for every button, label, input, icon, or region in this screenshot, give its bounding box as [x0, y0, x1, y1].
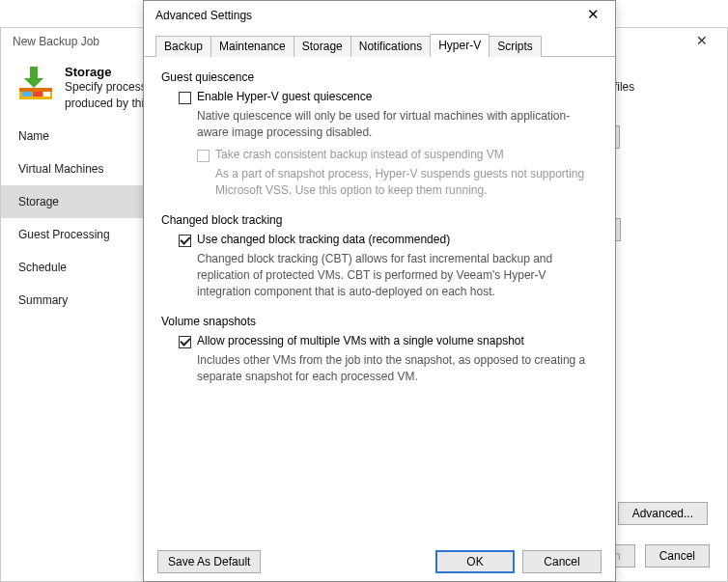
- tab-notifications[interactable]: Notifications: [350, 36, 431, 57]
- checkbox-enable-quiescence[interactable]: [179, 92, 191, 104]
- cancel-button[interactable]: Cancel: [645, 544, 710, 568]
- tabstrip: Backup Maintenance Storage Notifications…: [144, 34, 615, 57]
- close-icon[interactable]: ✕: [685, 32, 719, 51]
- sidebar-item-guest-processing[interactable]: Guest Processing: [1, 218, 146, 251]
- checkbox-crash-consistent: [197, 150, 210, 162]
- save-as-default-button[interactable]: Save As Default: [157, 550, 261, 573]
- checkbox-use-cbt[interactable]: [179, 235, 191, 247]
- dialog-body: Guest quiescence Enable Hyper-V guest qu…: [144, 57, 615, 407]
- tab-scripts[interactable]: Scripts: [489, 36, 542, 57]
- help-enable-quiescence: Native quiescence will only be used for …: [161, 108, 598, 142]
- advanced-settings-dialog: Advanced Settings ✕ Backup Maintenance S…: [143, 0, 616, 582]
- close-icon[interactable]: ✕: [576, 5, 609, 26]
- advanced-button[interactable]: Advanced...: [618, 502, 708, 525]
- help-allow-single-snapshot: Includes other VMs from the job into the…: [161, 352, 598, 386]
- group-title-cbt: Changed block tracking: [161, 213, 598, 227]
- group-snapshots: Volume snapshots Allow processing of mul…: [161, 315, 598, 386]
- svg-rect-3: [33, 92, 42, 97]
- group-guest-quiescence: Guest quiescence Enable Hyper-V guest qu…: [161, 70, 598, 200]
- dialog-titlebar: Advanced Settings ✕: [144, 1, 615, 30]
- sidebar-item-storage[interactable]: Storage: [1, 185, 146, 218]
- label-allow-single-snapshot: Allow processing of multiple VMs with a …: [197, 334, 524, 347]
- cancel-button[interactable]: Cancel: [522, 550, 602, 573]
- ok-button[interactable]: OK: [435, 550, 515, 573]
- svg-rect-2: [22, 92, 32, 97]
- storage-icon: [16, 65, 55, 112]
- checkbox-allow-single-snapshot[interactable]: [179, 336, 191, 348]
- tab-maintenance[interactable]: Maintenance: [210, 36, 294, 57]
- label-crash-consistent: Take crash consistent backup instead of …: [215, 148, 504, 161]
- tab-hyper-v[interactable]: Hyper-V: [430, 34, 490, 57]
- sidebar-item-schedule[interactable]: Schedule: [1, 251, 146, 284]
- sidebar-item-virtual-machines[interactable]: Virtual Machines: [1, 152, 146, 185]
- group-cbt: Changed block tracking Use changed block…: [161, 213, 598, 301]
- dialog-footer: Save As Default OK Cancel: [144, 542, 615, 581]
- group-title-quiescence: Guest quiescence: [161, 70, 598, 84]
- tab-backup[interactable]: Backup: [155, 36, 211, 57]
- label-use-cbt: Use changed block tracking data (recomme…: [197, 233, 450, 246]
- wizard-title: New Backup Job: [13, 35, 99, 48]
- svg-rect-1: [19, 88, 52, 92]
- dialog-title: Advanced Settings: [155, 9, 252, 22]
- label-enable-quiescence: Enable Hyper-V guest quiescence: [197, 90, 372, 103]
- help-crash-consistent: As a part of snapshot process, Hyper-V s…: [161, 166, 598, 200]
- help-use-cbt: Changed block tracking (CBT) allows for …: [161, 251, 598, 301]
- group-title-snapshots: Volume snapshots: [161, 315, 598, 328]
- wizard-sidebar: Name Virtual Machines Storage Guest Proc…: [1, 116, 146, 322]
- tab-storage[interactable]: Storage: [294, 36, 351, 57]
- sidebar-item-name[interactable]: Name: [1, 120, 146, 152]
- svg-rect-4: [43, 92, 50, 97]
- sidebar-item-summary[interactable]: Summary: [1, 284, 146, 317]
